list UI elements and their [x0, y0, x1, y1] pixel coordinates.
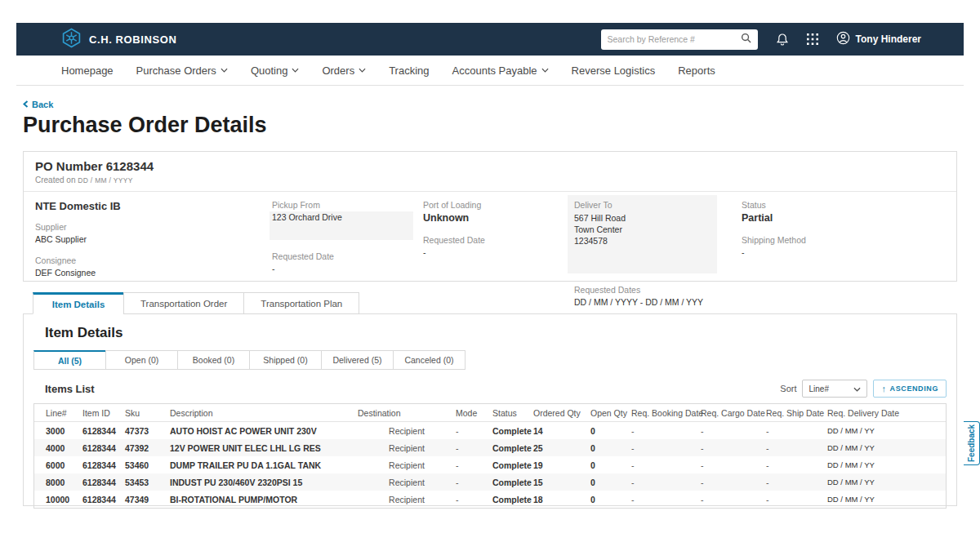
notifications-bell-icon[interactable]	[776, 33, 789, 47]
table-row: 3000612834447373AUTO HOIST AC POWER UNIT…	[34, 422, 946, 439]
subtab-booked-0[interactable]: Booked (0)	[177, 350, 250, 370]
cell-ordered-qty: 25	[533, 443, 590, 453]
deliver-requested-value: DD / MM / YYYY - DD / MM / YYY	[574, 297, 742, 307]
column-header-description: Description	[170, 408, 358, 418]
menu-item-accounts-payable[interactable]: Accounts Payable	[452, 64, 549, 77]
menu-item-purchase-orders[interactable]: Purchase Orders	[136, 64, 228, 77]
sort-select[interactable]: Line#	[802, 380, 867, 398]
cell-destination: Recipient	[358, 426, 456, 436]
cell-req-cargo-date: -	[701, 478, 766, 487]
port-label: Port of Loading	[423, 200, 574, 210]
chevron-down-icon	[292, 68, 299, 73]
cell-status: Complete	[492, 443, 533, 453]
sort-direction-label: ASCENDING	[890, 384, 938, 393]
table-row: 8000612834453453INDUST PU 230/460V 2320P…	[34, 473, 946, 491]
cell-ordered-qty: 14	[533, 426, 590, 436]
po-col-parties: NTE Domestic IB Supplier ABC Supplier Co…	[35, 200, 272, 307]
cell-open-qty: 0	[590, 495, 631, 504]
cell-line: 4000	[46, 443, 82, 453]
cell-status: Complete	[492, 478, 533, 487]
menu-item-quoting[interactable]: Quoting	[251, 64, 300, 77]
feedback-tab[interactable]: Feedback	[964, 421, 980, 465]
search-icon[interactable]	[741, 32, 751, 47]
deliver-requested-label: Requested Dates	[574, 285, 742, 295]
top-navbar: C.H. ROBINSON	[16, 23, 964, 56]
app-grid-icon[interactable]	[807, 33, 818, 45]
cell-req-delivery-date: DD / MM / YY	[827, 460, 934, 469]
column-header-destination: Destination	[358, 408, 456, 418]
cell-req-ship-date: -	[766, 460, 827, 470]
page: C.H. ROBINSON	[0, 0, 980, 551]
items-table-body: 3000612834447373AUTO HOIST AC POWER UNIT…	[34, 422, 946, 508]
sort-selected-value: Line#	[808, 384, 828, 393]
table-row: 400061283444739212V POWER UNIT ELEC LHL …	[34, 439, 946, 456]
subtab-delivered-5[interactable]: Delivered (5)	[321, 350, 394, 370]
cell-req-booking-date: -	[631, 426, 701, 436]
cell-open-qty: 0	[590, 478, 631, 487]
cell-req-delivery-date: DD / MM / YY	[827, 443, 934, 452]
cell-description: DUMP TRAILER PU DA 1.1GAL TANK	[170, 460, 358, 470]
detail-tabs: Item DetailsTransportation OrderTranspor…	[33, 292, 359, 314]
cell-req-cargo-date: -	[701, 426, 766, 436]
shipping-method-value: -	[742, 247, 945, 257]
cell-item-id: 6128344	[82, 443, 125, 453]
chrobinson-hexagon-logo-icon	[61, 28, 82, 51]
brand-logo[interactable]: C.H. ROBINSON	[61, 28, 176, 51]
user-menu[interactable]: Tony Hinderer	[836, 31, 921, 48]
cell-item-id: 6128344	[82, 460, 125, 470]
table-row: 10000612834447349BI-ROTATIONAL PUMP/MOTO…	[34, 491, 946, 508]
cell-description: INDUST PU 230/460V 2320PSI 15	[170, 478, 358, 487]
tab-transportation-plan[interactable]: Transportation Plan	[243, 292, 359, 314]
cell-req-booking-date: -	[631, 495, 701, 504]
po-number: PO Number 6128344	[35, 159, 945, 173]
cell-status: Complete	[492, 460, 533, 470]
po-detail-grid: NTE Domestic IB Supplier ABC Supplier Co…	[24, 192, 956, 307]
status-label: Status	[742, 200, 945, 210]
column-header-open-qty: Open Qty	[590, 408, 631, 418]
cell-item-id: 6128344	[82, 478, 125, 487]
cell-ordered-qty: 15	[533, 478, 590, 487]
subtab-open-0[interactable]: Open (0)	[105, 350, 178, 370]
menu-item-tracking[interactable]: Tracking	[389, 64, 429, 77]
po-created-date: DD / MM / YYYY	[78, 176, 132, 184]
column-header-line: Line#	[46, 408, 82, 418]
column-header-status: Status	[492, 408, 533, 418]
cell-req-delivery-date: DD / MM / YY	[827, 478, 934, 487]
pickup-requested-label: Requested Date	[272, 251, 423, 261]
subtab-all-5[interactable]: All (5)	[33, 350, 106, 370]
menu-item-reports[interactable]: Reports	[678, 64, 715, 77]
sort-controls: Sort Line# ↑ ASCENDING	[780, 380, 947, 398]
cell-destination: Recipient	[358, 443, 456, 453]
supplier-label: Supplier	[35, 222, 272, 232]
user-name: Tony Hinderer	[856, 33, 921, 45]
chevron-down-icon	[220, 68, 228, 73]
cell-mode: -	[456, 443, 492, 453]
column-header-item-id: Item ID	[82, 408, 125, 418]
items-table-header: Line#Item IDSkuDescriptionDestinationMod…	[34, 404, 946, 422]
pickup-label: Pickup From	[272, 200, 423, 210]
cell-req-ship-date: -	[766, 426, 827, 436]
items-list-toolbar: Items List Sort Line# ↑ ASCENDING	[33, 380, 947, 398]
back-link[interactable]: Back	[23, 100, 53, 109]
cell-description: AUTO HOIST AC POWER UNIT 230V	[170, 426, 358, 436]
arrow-up-icon: ↑	[881, 384, 886, 393]
search-input[interactable]	[608, 34, 741, 44]
shipping-method-label: Shipping Method	[742, 235, 945, 245]
subtab-shipped-0[interactable]: Shipped (0)	[249, 350, 322, 370]
menu-item-homepage[interactable]: Homepage	[61, 64, 114, 77]
sort-direction-button[interactable]: ↑ ASCENDING	[873, 380, 947, 398]
cell-mode: -	[456, 495, 492, 504]
cell-req-booking-date: -	[631, 460, 701, 470]
tab-item-details[interactable]: Item Details	[33, 292, 124, 314]
po-col-deliver: Deliver To 567 Hill Road Town Center 123…	[574, 200, 742, 307]
menu-item-reverse-logistics[interactable]: Reverse Logistics	[572, 64, 656, 77]
cell-req-ship-date: -	[766, 495, 827, 504]
tab-transportation-order[interactable]: Transportation Order	[123, 292, 244, 314]
menu-item-orders[interactable]: Orders	[322, 64, 366, 77]
column-header-mode: Mode	[456, 408, 492, 418]
item-details-card: Item Details All (5)Open (0)Booked (0)Sh…	[23, 313, 957, 506]
po-summary-card: PO Number 6128344 Created on DD / MM / Y…	[23, 151, 957, 282]
subtab-canceled-0[interactable]: Canceled (0)	[393, 350, 466, 370]
cell-req-booking-date: -	[631, 478, 701, 487]
consignee-value: DEF Consignee	[35, 268, 272, 278]
